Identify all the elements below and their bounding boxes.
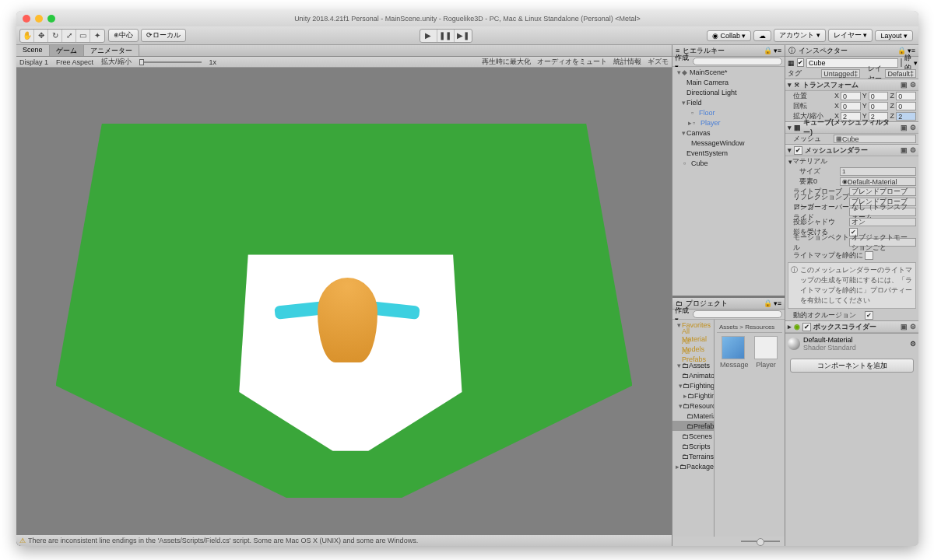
motion-dropdown[interactable]: オブジェクトモーションごと — [849, 238, 916, 247]
castshadow-dropdown[interactable]: オン — [849, 218, 916, 226]
rotation-fields: X0Y0Z0 — [834, 102, 916, 110]
layer-dropdown[interactable]: Default‡ — [885, 69, 916, 78]
tab-animator[interactable]: アニメーター — [84, 45, 139, 56]
hand-tool-icon[interactable]: ✋ — [20, 30, 34, 42]
tag-dropdown[interactable]: Untagged‡ — [821, 69, 860, 78]
scale-tool-icon[interactable]: ⤢ — [62, 30, 76, 42]
hierarchy-item[interactable]: EventSystem — [672, 148, 785, 158]
thumbnail-slider[interactable] — [672, 537, 785, 546]
folder-item[interactable]: 🗀 AnimatorCo — [672, 370, 714, 380]
material-slot[interactable]: ◉ Default-Material — [840, 177, 916, 186]
gear-icon[interactable]: ⚙ — [910, 81, 916, 89]
material-preview[interactable]: Default-Material Shader Standard ⚙ — [785, 333, 918, 354]
folder-item[interactable]: ▸🗀 FightingU — [672, 390, 714, 401]
hierarchy-item[interactable]: ▸▫Player — [672, 117, 785, 128]
lock-icon[interactable]: 🔒 — [764, 47, 772, 54]
dynocc-checkbox[interactable]: ✔ — [865, 311, 873, 320]
lock-icon[interactable]: 🔒 — [764, 299, 772, 307]
game-viewport[interactable] — [16, 68, 672, 535]
hierarchy-item[interactable]: ▫Cube — [672, 158, 785, 168]
tab-game[interactable]: ゲーム — [50, 45, 84, 56]
aspect-dropdown[interactable]: Free Aspect — [56, 58, 93, 66]
lightprobe-dropdown[interactable]: ブレンドプローブ — [849, 187, 916, 196]
mute-toggle[interactable]: オーディオをミュート — [537, 57, 607, 67]
active-checkbox[interactable]: ✔ — [797, 58, 804, 67]
enable-checkbox[interactable]: ✔ — [802, 323, 811, 331]
project-search[interactable] — [693, 310, 782, 318]
anchor-field[interactable]: なし（トランスフォーム — [849, 208, 916, 216]
hierarchy-search[interactable] — [693, 58, 782, 65]
maximize-toggle[interactable]: 再生時に最大化 — [482, 57, 531, 67]
folder-item[interactable]: 🗀 Scripts — [672, 441, 714, 451]
material-sphere-icon — [788, 338, 800, 350]
project-pane: 🗀 プロジェクト 🔒▾≡ 作成 ▾ ▾Favorites All Materia… — [672, 296, 785, 546]
folder-item[interactable]: ▾🗀 Assets — [672, 360, 714, 370]
folder-item[interactable]: 🗀 Terrains — [672, 451, 714, 461]
player-character — [285, 278, 409, 362]
hierarchy-item[interactable]: Directional Light — [672, 87, 785, 97]
hierarchy-item[interactable]: ▫Floor — [672, 107, 785, 117]
project-breadcrumb[interactable]: Assets > Resources — [717, 322, 782, 333]
component-header[interactable]: ▸◉✔ボックスコライダー▣⚙ — [785, 321, 918, 333]
step-icon[interactable]: ▶❚ — [455, 30, 472, 42]
fav-item[interactable]: All Prefabs — [672, 350, 714, 360]
play-icon[interactable]: ▶ — [420, 30, 437, 42]
pivot-button[interactable]: ⊕中心 — [108, 29, 139, 42]
rect-tool-icon[interactable]: ▭ — [76, 30, 90, 42]
help-icon[interactable]: ▣ — [901, 146, 908, 154]
folder-item-selected[interactable]: 🗀 Prefabs — [672, 421, 714, 431]
folder-item[interactable]: ▾🗀 FightingUni — [672, 380, 714, 390]
hierarchy-item[interactable]: Main Camera — [672, 77, 785, 87]
component-header[interactable]: ▾▦キューブ(メッシュフィルター)▣⚙ — [785, 122, 918, 134]
folder-item[interactable]: 🗀 Scenes — [672, 431, 714, 441]
folder-item[interactable]: ▸🗀 Packages — [672, 461, 714, 471]
stats-toggle[interactable]: 統計情報 — [613, 57, 641, 67]
folder-item[interactable]: 🗀 Materials — [672, 411, 714, 421]
gear-icon[interactable]: ⚙ — [910, 323, 916, 331]
asset-item[interactable]: Player — [753, 336, 779, 369]
pause-icon[interactable]: ❚❚ — [437, 30, 455, 42]
help-icon[interactable]: ▣ — [901, 81, 908, 89]
scale-slider[interactable] — [139, 61, 202, 63]
prefab-icon — [754, 336, 778, 359]
cloud-icon[interactable]: ☁ — [753, 30, 771, 41]
gear-icon[interactable]: ⚙ — [910, 340, 916, 348]
add-component-button[interactable]: コンポーネントを追加 — [790, 359, 914, 373]
lmstatic-checkbox[interactable] — [865, 251, 873, 260]
hierarchy-item[interactable]: ▾Canvas — [672, 128, 785, 138]
hierarchy-item[interactable]: MessageWindow — [672, 138, 785, 148]
unity-window: Unity 2018.4.21f1 Personal - MainScene.u… — [16, 11, 918, 546]
component-header[interactable]: ▾✔メッシュレンダラー▣⚙ — [785, 145, 918, 156]
menu-icon[interactable]: ▾≡ — [774, 47, 781, 54]
multi-tool-icon[interactable]: ✦ — [90, 30, 104, 42]
mesh-field[interactable]: ▦ Cube — [834, 135, 916, 143]
gear-icon[interactable]: ⚙ — [910, 124, 916, 131]
help-icon[interactable]: ▣ — [901, 124, 908, 131]
display-dropdown[interactable]: Display 1 — [19, 58, 48, 66]
inspector-header: ⓘ インスペクター 🔒▾≡ — [785, 45, 918, 57]
hierarchy-item[interactable]: ▾Field — [672, 97, 785, 107]
account-button[interactable]: アカウント ▾ — [774, 29, 826, 42]
asset-item[interactable]: Message — [720, 336, 746, 369]
layout-button[interactable]: Layout ▾ — [875, 30, 913, 41]
help-icon[interactable]: ▣ — [901, 323, 908, 331]
name-field[interactable] — [806, 58, 898, 68]
inspector-icon: ⓘ — [788, 46, 795, 56]
enable-checkbox[interactable]: ✔ — [794, 146, 802, 155]
menu-icon[interactable]: ▾≡ — [774, 299, 781, 307]
layers-button[interactable]: レイヤー ▾ — [828, 29, 873, 42]
gear-icon[interactable]: ⚙ — [910, 146, 916, 154]
gizmos-toggle[interactable]: ギズモ — [648, 57, 669, 67]
move-tool-icon[interactable]: ✥ — [34, 30, 48, 42]
component-header[interactable]: ▾⤧トランスフォーム▣⚙ — [785, 79, 918, 91]
folder-item[interactable]: ▾🗀 Resources — [672, 401, 714, 411]
static-checkbox[interactable] — [901, 58, 902, 67]
rotate-tool-icon[interactable]: ↻ — [48, 30, 62, 42]
local-button[interactable]: ⟳ローカル — [141, 29, 186, 42]
project-title: プロジェクト — [686, 299, 728, 309]
mesh-icon: ▦ — [794, 124, 801, 131]
window-title: Unity 2018.4.21f1 Personal - MainScene.u… — [16, 15, 918, 23]
tab-scene[interactable]: Scene — [16, 45, 50, 56]
collab-button[interactable]: ◉ Collab ▾ — [707, 30, 752, 41]
scene-item[interactable]: ▾◆MainScene* — [672, 67, 785, 77]
